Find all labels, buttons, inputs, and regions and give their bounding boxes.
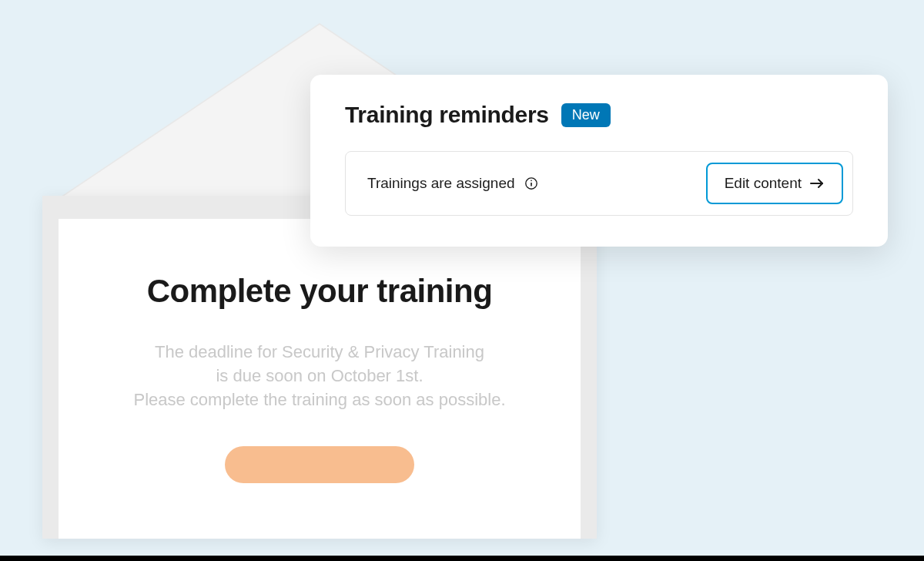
svg-point-2 — [531, 180, 532, 182]
bottom-border — [0, 556, 924, 561]
email-body-line: is due soon on October 1st. — [89, 364, 550, 388]
row-left: Trainings are assigned — [367, 175, 538, 192]
email-body-line: Please complete the training as soon as … — [89, 388, 550, 412]
email-body: The deadline for Security & Privacy Trai… — [89, 341, 550, 412]
email-title: Complete your training — [89, 273, 550, 310]
edit-button-label: Edit content — [725, 175, 802, 192]
card-header: Training reminders New — [345, 102, 853, 128]
email-body-line: The deadline for Security & Privacy Trai… — [89, 341, 550, 364]
email-cta-button[interactable] — [225, 446, 414, 483]
reminder-row: Trainings are assigned Edit content — [345, 151, 853, 216]
email-card: Complete your training The deadline for … — [59, 219, 581, 539]
arrow-right-icon — [809, 177, 825, 190]
edit-content-button[interactable]: Edit content — [706, 163, 843, 204]
new-badge: New — [561, 103, 611, 127]
training-reminders-card: Training reminders New Trainings are ass… — [310, 75, 888, 247]
card-title: Training reminders — [345, 102, 549, 128]
envelope-body: Complete your training The deadline for … — [42, 196, 597, 539]
row-label: Trainings are assigned — [367, 175, 515, 192]
info-icon[interactable] — [524, 176, 538, 190]
